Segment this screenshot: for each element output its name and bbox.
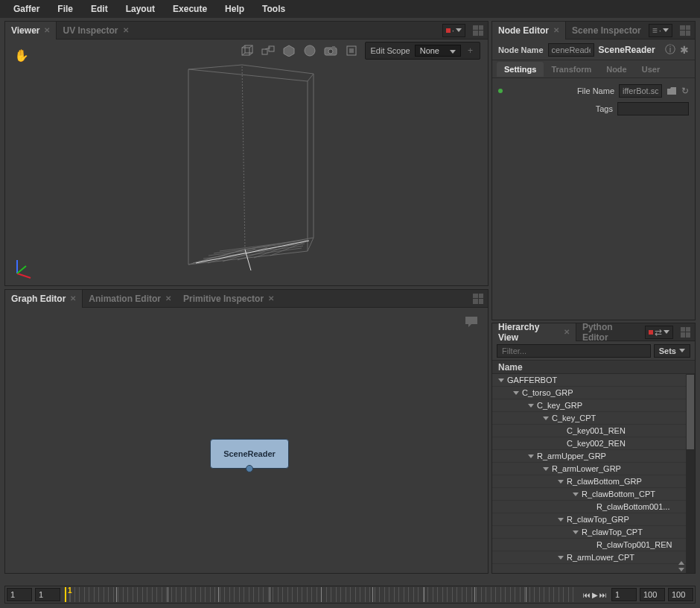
tab-label: Graph Editor (11, 294, 66, 304)
play-icon[interactable]: ▶ (592, 591, 598, 599)
expand-icon[interactable] (498, 379, 504, 382)
solid-cube-icon[interactable] (281, 43, 296, 58)
layout-grid-icon[interactable] (680, 25, 690, 36)
expand-icon[interactable] (573, 531, 579, 534)
tab-viewer[interactable]: Viewer ✕ (5, 22, 57, 39)
gear-icon[interactable]: ✱ (680, 44, 689, 56)
tab-node-editor[interactable]: Node Editor ✕ (492, 22, 566, 39)
tab-primitive-inspector[interactable]: Primitive Inspector ✕ (177, 290, 280, 308)
filter-input[interactable] (497, 344, 651, 358)
layout-grid-icon[interactable] (681, 327, 690, 338)
sectab-transform[interactable]: Transform (544, 62, 599, 77)
expand-icon[interactable] (528, 455, 534, 458)
reload-icon[interactable]: ↻ (681, 86, 689, 96)
hierarchy-item[interactable]: C_key001_REN (492, 425, 695, 437)
expand-icon[interactable] (558, 556, 564, 560)
menu-layout[interactable]: Layout (117, 1, 164, 17)
hierarchy-item[interactable]: R_clawTop_GRP (492, 513, 695, 526)
pan-hand-icon[interactable]: ✋ (14, 48, 29, 63)
tab-uv-inspector[interactable]: UV Inspector ✕ (57, 22, 134, 39)
close-icon[interactable]: ✕ (44, 26, 50, 34)
filename-input[interactable] (619, 84, 662, 98)
close-icon[interactable]: ✕ (165, 294, 171, 303)
hierarchy-item[interactable]: R_clawBottom001... (492, 501, 695, 513)
sectab-node[interactable]: Node (599, 62, 634, 77)
folder-icon[interactable] (666, 86, 677, 95)
menu-tools[interactable]: Tools (253, 1, 294, 17)
scroll-up-icon[interactable] (678, 561, 684, 565)
close-icon[interactable]: ✕ (123, 26, 129, 34)
axis-gizmo[interactable] (11, 257, 34, 279)
hierarchy-item[interactable]: C_key_GRP (492, 399, 695, 412)
pin-dropdown[interactable]: · (442, 24, 465, 37)
expand-icon[interactable] (558, 518, 564, 522)
pin-dropdown[interactable]: ⇄ (645, 326, 673, 339)
node-output-port[interactable] (246, 465, 253, 472)
annotation-icon[interactable] (464, 315, 479, 329)
expand-icon[interactable] (513, 391, 519, 395)
hierarchy-item[interactable]: C_torso_GRP (492, 387, 695, 399)
tags-input[interactable] (617, 102, 689, 115)
menu-gaffer[interactable]: Gaffer (4, 1, 48, 17)
camera-icon[interactable] (323, 43, 338, 58)
playhead[interactable] (65, 587, 66, 602)
hierarchy-item[interactable]: R_clawBottom_CPT (492, 488, 695, 501)
menu-edit[interactable]: Edit (82, 1, 117, 17)
scroll-down-icon[interactable] (678, 568, 684, 571)
layout-grid-icon[interactable] (473, 294, 483, 304)
menu-execute[interactable]: Execute (164, 1, 216, 17)
timeline-start-frame[interactable]: 1 (35, 588, 60, 601)
expand-icon[interactable] (528, 404, 534, 408)
wireframe-cube-icon[interactable] (240, 43, 255, 58)
crop-icon[interactable] (344, 43, 359, 58)
skip-end-icon[interactable]: ⏭ (599, 591, 607, 599)
close-icon[interactable]: ✕ (70, 294, 76, 303)
skip-start-icon[interactable]: ⏮ (583, 591, 591, 599)
hierarchy-item[interactable]: R_clawBottom_GRP (492, 475, 695, 488)
sets-dropdown[interactable]: Sets (654, 344, 690, 358)
close-icon[interactable]: ✕ (553, 26, 559, 34)
tab-animation-editor[interactable]: Animation Editor ✕ (83, 290, 177, 308)
timeline-track[interactable]: 1 (65, 587, 577, 602)
hierarchy-item[interactable]: R_armLower_CPT (492, 551, 695, 564)
expand-icon[interactable] (543, 467, 549, 471)
hierarchy-item[interactable]: R_clawTop001_REN (492, 539, 695, 551)
pin-dropdown[interactable]: ≡ · (649, 24, 672, 37)
scrollbar[interactable] (686, 374, 695, 573)
plus-icon[interactable]: + (465, 45, 475, 56)
timeline-end-frame[interactable]: 100 (640, 588, 665, 601)
node-scenereader[interactable]: SceneReader (210, 439, 289, 469)
sectab-settings[interactable]: Settings (497, 62, 544, 77)
menu-file[interactable]: File (48, 1, 82, 17)
timeline-start-range[interactable]: 1 (7, 588, 32, 601)
expand-selection-icon[interactable] (261, 43, 276, 58)
expand-icon[interactable] (573, 493, 579, 496)
graph-canvas[interactable]: SceneReader (5, 308, 488, 573)
hierarchy-item[interactable]: GAFFERBOT (492, 374, 695, 387)
timeline-current[interactable]: 1 (611, 588, 637, 601)
menu-help[interactable]: Help (216, 1, 253, 17)
tab-graph-editor[interactable]: Graph Editor ✕ (5, 290, 83, 308)
expand-icon[interactable] (543, 417, 549, 420)
editscope-select[interactable]: None (415, 45, 461, 57)
sectab-user[interactable]: User (634, 62, 667, 77)
sets-label: Sets (659, 346, 676, 355)
timeline-end-range[interactable]: 100 (668, 588, 693, 601)
hierarchy-item[interactable]: R_clawTop_CPT (492, 526, 695, 539)
info-icon[interactable]: ⓘ (665, 43, 675, 57)
layout-grid-icon[interactable] (473, 25, 483, 36)
nodename-input[interactable] (548, 43, 594, 57)
close-icon[interactable]: ✕ (564, 328, 570, 336)
hierarchy-item[interactable]: R_armLower_GRP (492, 463, 695, 475)
close-icon[interactable]: ✕ (268, 294, 274, 303)
shading-sphere-icon[interactable] (302, 43, 317, 58)
tab-scene-inspector[interactable]: Scene Inspector (566, 22, 647, 39)
tab-python-editor[interactable]: Python Editor (576, 323, 645, 341)
expand-icon[interactable] (558, 480, 564, 484)
scroll-thumb[interactable] (687, 375, 694, 449)
viewport-3d[interactable] (5, 62, 488, 285)
hierarchy-item[interactable]: C_key_CPT (492, 412, 695, 425)
hierarchy-item[interactable]: C_key002_REN (492, 437, 695, 450)
tab-hierarchy-view[interactable]: Hierarchy View ✕ (492, 323, 576, 341)
hierarchy-item[interactable]: R_armUpper_GRP (492, 450, 695, 463)
